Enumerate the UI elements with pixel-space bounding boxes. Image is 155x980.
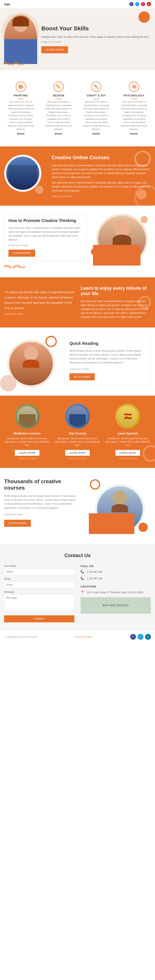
rs-left	[4, 336, 58, 387]
instagram-icon[interactable]: i	[141, 2, 145, 6]
address-item: 📍 1111 Rock Street, 27 Surfside, New Yor…	[81, 590, 151, 595]
ct-left: How to Promote Creative Thinking Duis au…	[4, 214, 87, 269]
map-label: MAP OUR OFFICES	[103, 604, 129, 607]
category-psychology-more[interactable]: MORE	[120, 132, 148, 135]
th-left: Thousands of creative courses Morbi temp…	[4, 478, 83, 527]
location-icon: 📍	[81, 590, 85, 595]
online-courses-section: Creative Online Courses Duis aute irure …	[0, 146, 155, 206]
learn-section: You bless my friends with what a magnifi…	[0, 277, 155, 328]
th-credit: magniflcet Freepik	[4, 513, 83, 515]
rs-credit: Image from Freepik	[69, 368, 145, 370]
footer-twitter-icon[interactable]: t	[137, 634, 144, 640]
ct-title: How to Promote Creative Thinking	[8, 218, 83, 223]
map-placeholder[interactable]: MAP OUR OFFICES	[81, 597, 151, 614]
meditation-btn[interactable]: LEARN MORE	[15, 450, 40, 456]
top-courses-text: Sample text. Click to select this text b…	[54, 437, 101, 447]
online-courses-image	[4, 155, 45, 192]
thousands-section: Thousands of creative courses Morbi temp…	[0, 468, 155, 544]
rs-right: Quick Reading Morbi tempus iaculis urna …	[64, 336, 151, 386]
ct-text: Duis aute irure dolor in reprehenderit i…	[8, 226, 83, 242]
graduate-circle	[4, 155, 42, 192]
name-field-group: Your Name	[4, 565, 74, 575]
message-textarea[interactable]	[4, 595, 74, 611]
facebook-icon[interactable]: f	[129, 2, 134, 6]
hero-wave-deco	[3, 61, 24, 66]
call-us-section: CALL US 📞 1 234 567 891 📞 1 234 567 891	[81, 565, 151, 581]
rs-title: Quick Reading	[69, 341, 145, 346]
courses-row-section: Meditation Lessons Sample text. Click to…	[0, 396, 155, 468]
rs-text: Morbi tempus iaculis urna id volutpat la…	[69, 349, 145, 365]
email-input[interactable]	[4, 581, 74, 588]
category-painting: 🎨 PAINTING Duis aute irure dolor in repr…	[4, 78, 38, 138]
divider-design	[56, 99, 62, 99]
category-painting-text: Duis aute irure dolor in reprehenderit i…	[7, 100, 35, 131]
divider-painting	[18, 99, 24, 99]
phone-icon: 📞	[81, 570, 85, 574]
course-top: Top Courses Sample text. Click to select…	[54, 404, 101, 460]
ct-wave	[4, 264, 87, 269]
ct-orange-dot-left	[91, 248, 98, 255]
th-text: Morbi tempus iaculis urna id volutpat la…	[4, 494, 83, 510]
category-design-more[interactable]: MORE	[45, 132, 72, 135]
location-title: LOCATION	[81, 585, 151, 588]
ct-right	[93, 214, 151, 266]
th-right	[89, 478, 151, 534]
meditation-title: Meditation Lessons	[4, 432, 50, 435]
twitter-icon[interactable]: t	[135, 2, 139, 6]
ct-learn-more-button[interactable]: LEARN MORE	[8, 250, 35, 257]
name-input[interactable]	[4, 568, 74, 575]
submit-button[interactable]: SUBMIT	[4, 615, 74, 622]
top-courses-circle	[65, 404, 90, 429]
message-label: Message	[4, 590, 74, 593]
top-courses-title: Top Courses	[54, 432, 101, 435]
online-courses-text1: Duis aute irure dolor in reprehenderit i…	[52, 164, 151, 180]
courses-circle-outline	[134, 151, 151, 167]
category-psychology-text: Duis aute irure dolor in reprehenderit i…	[120, 100, 148, 131]
top-courses-credit: Image from Freepik	[54, 457, 101, 460]
footer-copyright: © copyright the theme of Freepik	[4, 636, 37, 638]
courses-deco-circle	[35, 186, 43, 194]
meditation-credit: Image from Freepik	[4, 457, 50, 460]
message-field-group: Message	[4, 590, 74, 612]
learn-credit: magniflcet Freepik	[4, 313, 74, 315]
footer-linkedin-icon[interactable]: in	[145, 634, 151, 640]
courses-row-grid: Meditation Lessons Sample text. Click to…	[4, 404, 151, 460]
meditation-circle	[15, 404, 40, 429]
phone2-icon: 📞	[81, 577, 85, 581]
rs-bottom-circle	[0, 375, 16, 391]
footer: © copyright the theme of Freepik Privacy…	[0, 631, 155, 643]
footer-privacy-link[interactable]: Privacy of Policy	[75, 636, 92, 638]
youtube-icon[interactable]: ▶	[147, 2, 151, 6]
courses-pink-circle	[136, 189, 147, 199]
contact-grid: Your Name Email Message SUBMIT CALL US 📞…	[4, 565, 151, 622]
th-learn-more-button[interactable]: LEARN MORE	[4, 520, 31, 527]
category-painting-title: PAINTING	[7, 94, 35, 97]
course-meditation: Meditation Lessons Sample text. Click to…	[4, 404, 50, 460]
meditation-text: Sample text. Click to select this text b…	[4, 437, 50, 447]
category-painting-more[interactable]: MORE	[7, 132, 35, 135]
top-courses-btn[interactable]: LEARN MORE	[65, 450, 90, 456]
contact-info: CALL US 📞 1 234 567 891 📞 1 234 567 891 …	[81, 565, 151, 622]
category-design: ✏️ DESIGN Duis aute irure dolor in repre…	[42, 78, 76, 138]
category-craft: 🔧 CRAFT & DIY Duis aute irure dolor in r…	[80, 78, 113, 138]
th-orange-dot	[139, 523, 148, 532]
category-craft-title: CRAFT & DIY	[83, 94, 110, 97]
ct-credit: Image from Freepik	[8, 244, 83, 247]
footer-facebook-icon[interactable]: f	[130, 634, 136, 640]
email-label: Email	[4, 578, 74, 581]
category-craft-more[interactable]: MORE	[83, 132, 110, 135]
spanish-circle: 🇪🇸	[115, 404, 140, 429]
phone2-text: 1 234 567 891	[87, 577, 103, 581]
phone1-text: 1 234 567 891	[87, 570, 103, 574]
rs-box: Quick Reading Morbi tempus iaculis urna …	[64, 336, 151, 386]
name-label: Your Name	[4, 565, 74, 568]
phone2-item: 📞 1 234 567 891	[81, 577, 151, 581]
rs-read-more-button[interactable]: READ MORE	[69, 373, 95, 380]
call-us-title: CALL US	[81, 565, 151, 568]
address-text: 1111 Rock Street, 27 Surfside, New York …	[87, 590, 144, 594]
hero-image	[0, 8, 45, 70]
learn-title: Learn to enjoy every minute of your life…	[81, 286, 151, 296]
logo: logo	[4, 3, 10, 6]
location-section: LOCATION 📍 1111 Rock Street, 27 Surfside…	[81, 585, 151, 614]
spanish-btn[interactable]: LEARN MORE	[115, 450, 140, 456]
